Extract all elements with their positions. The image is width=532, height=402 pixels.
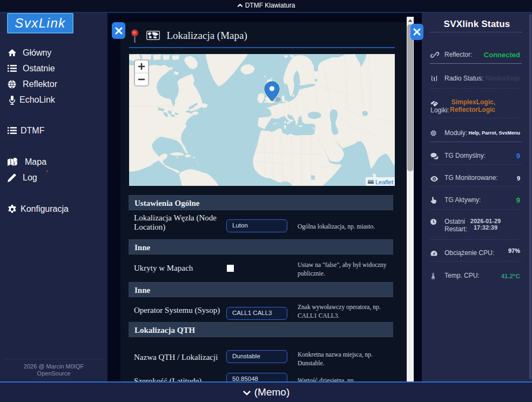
svg-text:Leaflet: Leaflet xyxy=(375,179,393,185)
